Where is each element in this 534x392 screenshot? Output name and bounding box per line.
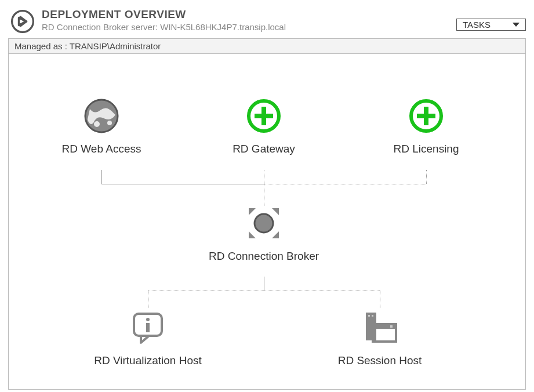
rd-gateway-node[interactable]: RD Gateway xyxy=(200,97,328,155)
svg-rect-17 xyxy=(146,323,150,332)
panel-header: DEPLOYMENT OVERVIEW RD Connection Broker… xyxy=(0,0,534,38)
panel-subtitle: RD Connection Broker server: WIN-K5L68HK… xyxy=(42,22,526,32)
info-bubble-icon xyxy=(129,309,166,346)
rd-licensing-label: RD Licensing xyxy=(362,143,490,155)
connector xyxy=(148,291,380,291)
connector xyxy=(148,291,148,308)
svg-marker-11 xyxy=(272,208,279,215)
tasks-dropdown[interactable]: TASKS xyxy=(456,19,526,31)
connector xyxy=(101,170,102,184)
svg-point-3 xyxy=(107,121,112,125)
svg-marker-13 xyxy=(272,231,279,238)
chevron-down-icon xyxy=(513,23,520,27)
svg-marker-10 xyxy=(249,208,256,215)
connector xyxy=(426,170,427,184)
connection-broker-icon xyxy=(245,205,282,242)
svg-rect-20 xyxy=(372,315,373,317)
connector xyxy=(101,184,264,184)
svg-point-14 xyxy=(255,214,273,233)
session-host-icon xyxy=(361,309,398,346)
svg-marker-12 xyxy=(249,231,256,238)
rd-session-host-node[interactable]: RD Session Host xyxy=(316,309,444,367)
remote-desktop-icon xyxy=(10,9,35,34)
svg-rect-9 xyxy=(417,114,435,118)
managed-as-bar: Managed as : TRANSIP\Administrator xyxy=(8,38,526,53)
tasks-label: TASKS xyxy=(463,20,491,30)
rd-web-access-label: RD Web Access xyxy=(38,143,165,155)
svg-point-0 xyxy=(12,11,34,32)
svg-rect-19 xyxy=(368,315,370,317)
rd-web-access-node[interactable]: RD Web Access xyxy=(38,97,165,155)
svg-point-2 xyxy=(94,121,100,127)
svg-point-16 xyxy=(146,318,150,321)
rd-virtualization-host-node[interactable]: RD Virtualization Host xyxy=(84,309,212,367)
panel-title: DEPLOYMENT OVERVIEW xyxy=(42,8,526,21)
globe-icon xyxy=(83,97,120,135)
rd-licensing-node[interactable]: RD Licensing xyxy=(362,97,490,155)
connector xyxy=(264,184,426,184)
add-gateway-icon xyxy=(245,97,282,135)
svg-rect-23 xyxy=(390,325,393,328)
connector xyxy=(264,277,264,291)
connector xyxy=(380,291,380,308)
add-licensing-icon xyxy=(408,97,445,135)
connector xyxy=(264,170,264,206)
rd-session-host-label: RD Session Host xyxy=(316,354,444,367)
svg-rect-6 xyxy=(255,114,273,118)
rd-connection-broker-node[interactable]: RD Connection Broker xyxy=(200,205,328,263)
rd-gateway-label: RD Gateway xyxy=(200,143,328,155)
deployment-diagram: RD Web Access RD Gateway RD Licensing RD… xyxy=(8,53,526,390)
rd-virtualization-host-label: RD Virtualization Host xyxy=(84,354,212,367)
rd-connection-broker-label: RD Connection Broker xyxy=(200,250,328,263)
